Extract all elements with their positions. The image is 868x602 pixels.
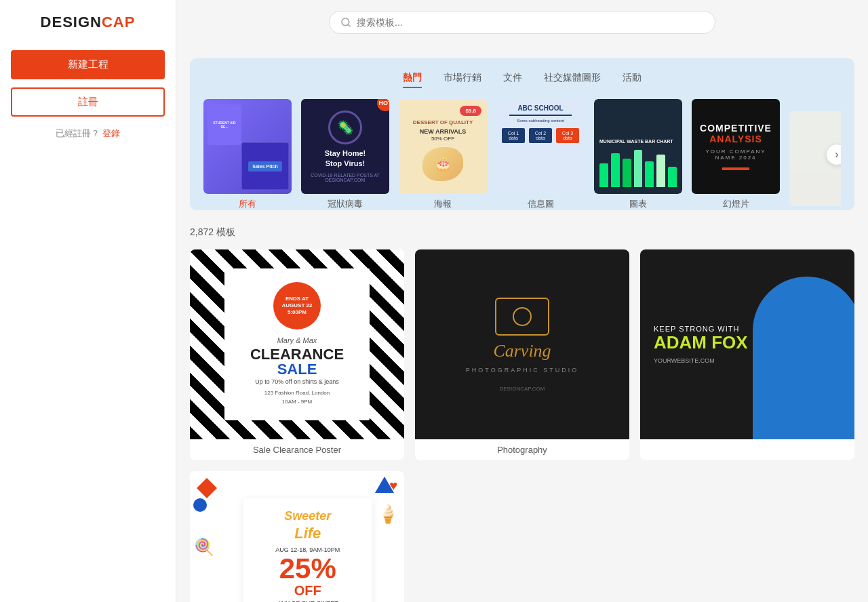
heart-icon[interactable]: ♥ bbox=[389, 478, 397, 494]
template-slide[interactable]: COMPETITIVEANALYSIS YOUR COMPANY NAME 20… bbox=[692, 99, 780, 210]
search-icon bbox=[340, 17, 351, 28]
camera-frame-icon bbox=[495, 298, 549, 336]
template-poster-label: 海報 bbox=[399, 198, 487, 210]
hero-tab-document[interactable]: 文件 bbox=[503, 72, 522, 88]
clearance-name: Mary & Max bbox=[235, 336, 359, 344]
photography-sub-text: PHOTOGRAPHIC STUDIO bbox=[466, 367, 578, 374]
clearance-label: Sale Clearance Poster bbox=[190, 439, 404, 460]
hero-tab-social[interactable]: 社交媒體圖形 bbox=[544, 72, 601, 88]
hero-tab-hot[interactable]: 熱門 bbox=[403, 72, 422, 88]
login-hint: 已經註冊？ 登錄 bbox=[56, 127, 120, 140]
logo: DESIGNCAP bbox=[41, 14, 136, 31]
clearance-subtitle: Up to 70% off on shirts & jeans bbox=[235, 378, 359, 385]
adamfox-name-text: ADAM FOX bbox=[654, 333, 841, 353]
register-button[interactable]: 註冊 bbox=[11, 87, 165, 117]
catering-thumb: 🍦 🍒 🍭 Sweeter Life AUG 12-18, 9AM-10PM 2… bbox=[190, 471, 404, 602]
clearance-thumb: ENDS AT AUGUST 22 5:00PM Mary & Max CLEA… bbox=[190, 249, 404, 439]
login-link[interactable]: 登錄 bbox=[102, 128, 120, 138]
adamfox-keep-text: KEEP STRONG WITH bbox=[654, 325, 841, 333]
grid-item-clearance[interactable]: ENDS AT AUGUST 22 5:00PM Mary & Max CLEA… bbox=[190, 249, 404, 460]
sidebar: DESIGNCAP 新建工程 註冊 已經註冊？ 登錄 bbox=[0, 0, 176, 602]
main-content: 熱門 市場行銷 文件 社交媒體圖形 活動 STUDENT AID RE... S… bbox=[176, 0, 868, 602]
new-project-button[interactable]: 新建工程 bbox=[11, 50, 165, 79]
grid-item-catering[interactable]: ♥ 🍦 🍒 🍭 bbox=[190, 471, 404, 602]
hero-tab-marketing[interactable]: 市場行銷 bbox=[443, 72, 481, 88]
search-input[interactable] bbox=[357, 17, 704, 28]
template-chart-label: 圖表 bbox=[594, 198, 682, 210]
clearance-badge: ENDS AT AUGUST 22 5:00PM bbox=[273, 282, 321, 329]
sale-word: SALE bbox=[235, 362, 359, 377]
clearance-addr1: 123 Fashion Road, London bbox=[235, 389, 359, 398]
photography-url-text: DESIGNCAP.COM bbox=[500, 386, 545, 392]
template-coronavirus[interactable]: HOT 🦠 Stay Home!Stop Virus! COVID-19 REL… bbox=[301, 99, 389, 210]
grid-item-adamfox[interactable]: KEEP STRONG WITH ADAM FOX YOURWEBSITE.CO… bbox=[640, 249, 854, 460]
logo-cap: CAP bbox=[102, 14, 135, 31]
photography-label: Photography bbox=[415, 439, 629, 460]
catering-discount-text: 25% bbox=[252, 555, 364, 583]
info-school-text: ABC SCHOOL bbox=[517, 104, 563, 112]
template-infographic-label: 信息圖 bbox=[496, 198, 585, 210]
svg-line-1 bbox=[348, 24, 350, 26]
virus-icon: 🦠 bbox=[328, 111, 362, 144]
hero-banner: 熱門 市場行銷 文件 社交媒體圖形 活動 STUDENT AID RE... S… bbox=[190, 58, 854, 210]
catering-life-text: Life bbox=[252, 525, 364, 542]
templates-grid: ENDS AT AUGUST 22 5:00PM Mary & Max CLEA… bbox=[190, 249, 854, 602]
login-hint-text: 已經註冊？ bbox=[56, 128, 100, 138]
hero-tab-activity[interactable]: 活動 bbox=[623, 72, 642, 88]
clearance-word: CLEARANCE bbox=[235, 347, 359, 362]
template-scroll: STUDENT AID RE... Sales Pitch 所有 HOT 🦠 S… bbox=[203, 99, 841, 210]
camera-lens-icon bbox=[513, 307, 532, 326]
catering-sweeter-text: Sweeter bbox=[252, 509, 364, 523]
templates-count: 2,872 模板 bbox=[190, 226, 854, 239]
adamfox-label bbox=[640, 439, 854, 450]
template-slide-label: 幻燈片 bbox=[692, 198, 780, 210]
adamfox-thumb: KEEP STRONG WITH ADAM FOX YOURWEBSITE.CO… bbox=[640, 249, 854, 439]
photography-thumb: Carving PHOTOGRAPHIC STUDIO DESIGNCAP.CO… bbox=[415, 249, 629, 439]
adamfox-url-text: YOURWEBSITE.COM bbox=[654, 357, 841, 364]
slide-title-text: COMPETITIVEANALYSIS bbox=[700, 123, 772, 144]
hero-tabs: 熱門 市場行銷 文件 社交媒體圖形 活動 bbox=[203, 72, 841, 88]
template-infographic[interactable]: ABC SCHOOL Some subheading content Col 1… bbox=[496, 99, 585, 210]
template-all-label: 所有 bbox=[203, 198, 292, 210]
logo-design: DESIGN bbox=[41, 14, 102, 31]
template-coronavirus-label: 冠狀病毒 bbox=[301, 198, 389, 210]
template-chart[interactable]: MUNICIPAL WASTE BAR CHART 圖表 bbox=[594, 99, 682, 210]
grid-item-photography[interactable]: Carving PHOTOGRAPHIC STUDIO DESIGNCAP.CO… bbox=[415, 249, 629, 460]
search-bar bbox=[329, 11, 715, 34]
template-all[interactable]: STUDENT AID RE... Sales Pitch 所有 bbox=[203, 99, 292, 210]
template-poster[interactable]: $9.8 DESSERT OF QUALITY NEW ARRIVALS50% … bbox=[399, 99, 487, 210]
slide-sub-text: YOUR COMPANY NAME 2024 bbox=[700, 148, 772, 161]
catering-off-text: OFF bbox=[252, 583, 364, 599]
clearance-addr2: 10AM - 9PM bbox=[235, 398, 359, 407]
photography-title-text: Carving bbox=[493, 341, 551, 361]
